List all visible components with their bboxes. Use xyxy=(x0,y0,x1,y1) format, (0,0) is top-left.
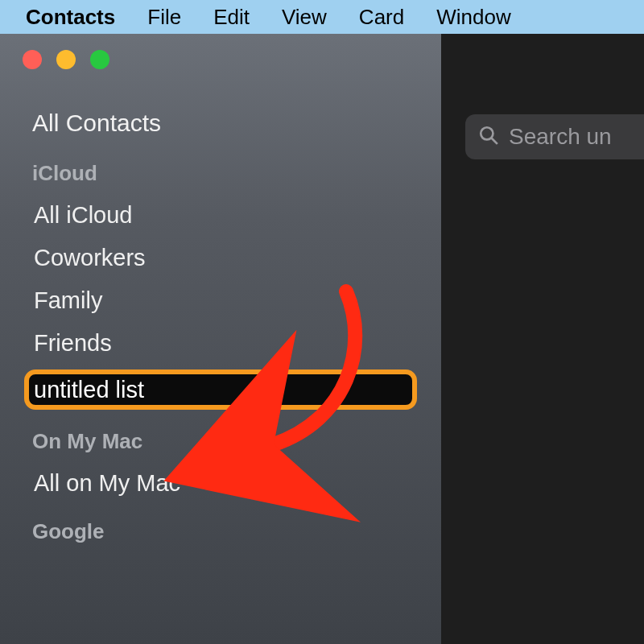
sidebar-section-header-icloud: iCloud xyxy=(0,147,441,194)
svg-point-0 xyxy=(481,127,493,139)
app-menu[interactable]: Contacts xyxy=(26,5,115,30)
new-list-name-input[interactable] xyxy=(34,377,412,403)
search-placeholder: Search un xyxy=(509,124,612,150)
groups-sidebar: All Contacts iCloud All iCloud Coworkers… xyxy=(0,34,441,644)
sidebar-item-all-icloud[interactable]: All iCloud xyxy=(0,194,441,237)
menu-window[interactable]: Window xyxy=(436,5,510,30)
search-icon xyxy=(478,125,499,149)
search-field[interactable]: Search un xyxy=(465,114,644,159)
menu-card[interactable]: Card xyxy=(359,5,404,30)
close-window-button[interactable] xyxy=(23,50,42,69)
window-controls xyxy=(0,50,441,69)
sidebar-section-header-google: Google xyxy=(0,505,441,552)
new-list-highlight xyxy=(24,369,417,410)
menu-edit[interactable]: Edit xyxy=(213,5,250,30)
svg-line-1 xyxy=(491,138,497,144)
sidebar-section-header-onmymac: On My Mac xyxy=(0,415,441,462)
sidebar-item-all-contacts[interactable]: All Contacts xyxy=(0,100,441,147)
minimize-window-button[interactable] xyxy=(56,50,76,69)
fullscreen-window-button[interactable] xyxy=(90,50,109,69)
contacts-list-pane: Search un xyxy=(441,34,644,644)
sidebar-item-friends[interactable]: Friends xyxy=(0,322,441,365)
menu-view[interactable]: View xyxy=(282,5,327,30)
sidebar-item-all-on-my-mac[interactable]: All on My Mac xyxy=(0,462,441,505)
system-menubar: Contacts File Edit View Card Window xyxy=(0,0,644,34)
sidebar-item-coworkers[interactable]: Coworkers xyxy=(0,237,441,279)
menu-file[interactable]: File xyxy=(147,5,181,30)
sidebar-item-family[interactable]: Family xyxy=(0,279,441,322)
contacts-window: All Contacts iCloud All iCloud Coworkers… xyxy=(0,34,644,644)
